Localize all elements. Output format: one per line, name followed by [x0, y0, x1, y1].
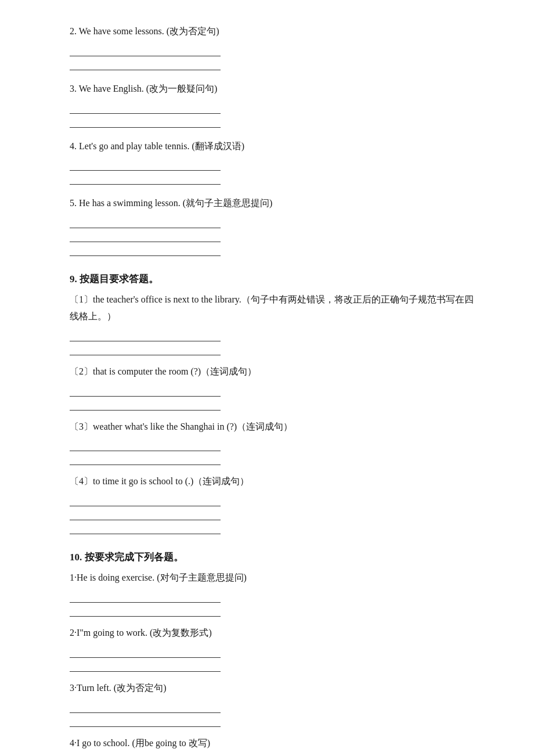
question-3: 3. We have English. (改为一般疑问句): [70, 81, 476, 128]
section-9-sub4-answer-lines: [70, 494, 476, 534]
section-9-sub2: 〔2〕that is computer the room (?)（连词成句）: [70, 363, 476, 411]
answer-line: [70, 343, 221, 355]
question-2: 2. We have some lessons. (改为否定句): [70, 23, 476, 70]
section-10-sub3: 3·Turn left. (改为否定句): [70, 680, 476, 727]
answer-line: [70, 700, 221, 713]
question-3-answer-lines: [70, 101, 476, 128]
question-2-text: 2. We have some lessons. (改为否定句): [70, 23, 476, 40]
section-9-sub3-text: 〔3〕weather what's like the Shanghai in (…: [70, 419, 476, 435]
section-9-sub3: 〔3〕weather what's like the Shanghai in (…: [70, 419, 476, 466]
answer-line: [70, 172, 221, 185]
question-5: 5. He has a swimming lesson. (就句子主题意思提问): [70, 195, 476, 256]
section-10-sub2-answer-lines: [70, 645, 476, 672]
answer-line: [70, 115, 221, 128]
section-10-sub3-text: 3·Turn left. (改为否定句): [70, 680, 476, 697]
answer-line: [70, 521, 221, 534]
answer-line: [70, 398, 221, 411]
question-4-answer-lines: [70, 158, 476, 185]
section-10-header: 10. 按要求完成下列各题。: [70, 550, 476, 564]
answer-line: [70, 659, 221, 672]
section-10-sub1: 1·He is doing exercise. (对句子主题意思提问): [70, 570, 476, 617]
answer-line: [70, 215, 221, 228]
answer-line: [70, 438, 221, 451]
answer-line: [70, 507, 221, 520]
section-10-sub3-answer-lines: [70, 700, 476, 727]
answer-line: [70, 229, 221, 242]
section-9-sub2-answer-lines: [70, 384, 476, 411]
answer-line: [70, 329, 221, 341]
answer-line: [70, 243, 221, 256]
section-9-sub1: 〔1〕the teacher's office is next to the l…: [70, 291, 476, 355]
section-9-sub2-text: 〔2〕that is computer the room (?)（连词成句）: [70, 363, 476, 380]
section-10-sub1-answer-lines: [70, 590, 476, 617]
answer-line: [70, 44, 221, 56]
section-10-sub1-text: 1·He is doing exercise. (对句子主题意思提问): [70, 570, 476, 586]
answer-line: [70, 158, 221, 171]
question-5-answer-lines: [70, 215, 476, 256]
answer-line: [70, 57, 221, 70]
answer-line: [70, 714, 221, 727]
answer-line: [70, 452, 221, 465]
answer-line: [70, 101, 221, 114]
section-10-sub4-text: 4·I go to school. (用be going to 改写): [70, 735, 476, 752]
question-4-text: 4. Let's go and play table tennis. (翻译成汉…: [70, 138, 476, 155]
question-4: 4. Let's go and play table tennis. (翻译成汉…: [70, 138, 476, 185]
answer-line: [70, 604, 221, 617]
answer-line: [70, 645, 221, 658]
section-9-sub4: 〔4〕to time it go is school to (.)（连词成句）: [70, 473, 476, 534]
answer-line: [70, 384, 221, 397]
section-10-sub2: 2·I"m going to work. (改为复数形式): [70, 625, 476, 672]
section-9-sub3-answer-lines: [70, 438, 476, 465]
answer-line: [70, 590, 221, 603]
question-3-text: 3. We have English. (改为一般疑问句): [70, 81, 476, 98]
question-2-answer-lines: [70, 44, 476, 70]
section-10-sub4: 4·I go to school. (用be going to 改写): [70, 735, 476, 756]
question-5-text: 5. He has a swimming lesson. (就句子主题意思提问): [70, 195, 476, 212]
section-10-sub2-text: 2·I"m going to work. (改为复数形式): [70, 625, 476, 642]
answer-line: [70, 494, 221, 506]
section-9-sub1-text: 〔1〕the teacher's office is next to the l…: [70, 291, 476, 325]
section-9-sub1-answer-lines: [70, 329, 476, 355]
section-9-header: 9. 按题目要求答题。: [70, 272, 476, 286]
section-9-sub4-text: 〔4〕to time it go is school to (.)（连词成句）: [70, 473, 476, 490]
